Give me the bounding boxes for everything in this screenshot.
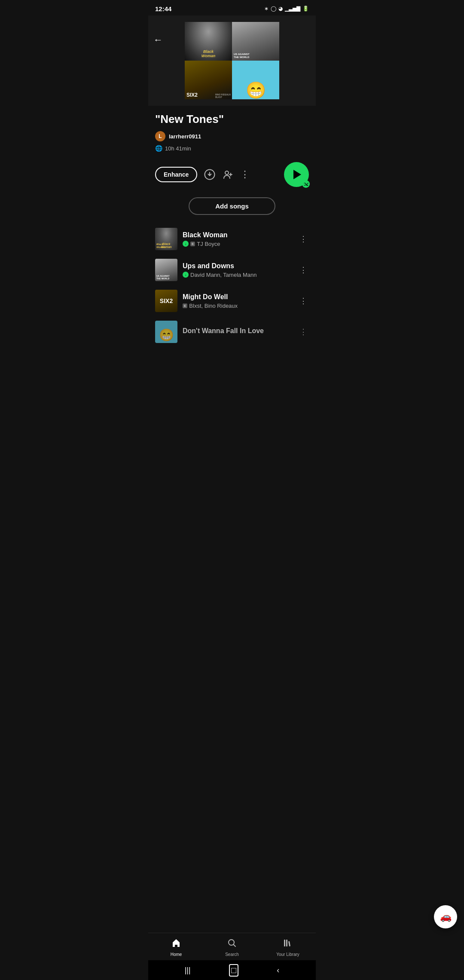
explicit-badge-3: E [183,303,187,308]
controls-row: Enhance ⋮ [148,162,316,196]
download-button[interactable] [204,169,215,180]
track-info-3: Might Do Well E Blxst, Bino Rideaux [183,293,293,309]
track-info-4: Don't Wanna Fall In Love [183,327,293,337]
track-meta-2: ↓ David Mann, Tamela Mann [183,272,293,278]
track-info-1: Black Woman ↓ E TJ Boyce [183,231,293,247]
track-meta-3: E Blxst, Bino Rideaux [183,303,293,309]
artist-name-2: David Mann, Tamela Mann [190,272,256,278]
play-icon [293,170,301,179]
status-time: 12:44 [155,5,171,12]
shuffle-badge [302,180,310,188]
album-sublabel-3: BINO RIDEAUXBLXST [215,93,231,98]
wifi-icon: ◕ [278,6,283,12]
track-more-button-1[interactable]: ⋮ [298,233,309,245]
add-user-button[interactable] [222,169,233,180]
track-more-button-2[interactable]: ⋮ [298,263,309,276]
album-label-3: SIX2 [186,92,198,98]
location-icon: ◯ [271,6,276,12]
download-icon [204,169,215,180]
back-button[interactable]: ← [153,34,163,46]
track-row: BlackWoman Black Woman ↓ E TJ Boyce ⋮ [148,224,316,254]
album-cell-3: SIX2 BINO RIDEAUXBLXST [185,61,232,99]
bluetooth-icon: ∗ [264,6,269,12]
author-name: larrherr0911 [169,133,201,140]
add-songs-button[interactable]: Add songs [189,197,275,215]
album-cell-2: US AGAINSTTHE WORLD [232,22,279,61]
track-more-button-3[interactable]: ⋮ [298,294,309,307]
track-info-2: Ups and Downs ↓ David Mann, Tamela Mann [183,262,293,278]
artist-name-3: Blxst, Bino Rideaux [189,303,238,309]
thumb-label-4: 😁 [159,328,174,343]
track-name-2: Ups and Downs [183,262,293,270]
add-user-icon [222,169,233,180]
battery-icon: 🔋 [302,6,309,12]
track-thumb-2: US AGAINSTTHE WORLD [155,259,177,281]
playlist-info: "New Tones" L larrherr0911 🌐 10h 41min [148,106,316,162]
track-row: US AGAINSTTHE WORLD Ups and Downs ↓ Davi… [148,254,316,285]
downloaded-icon-2: ↓ [183,272,189,278]
more-dots-icon: ⋮ [240,169,250,180]
album-label-1: BlackWoman [201,49,215,58]
track-row: SIX2 Might Do Well E Blxst, Bino Rideaux… [148,285,316,316]
track-more-button-4[interactable]: ⋮ [298,325,309,338]
playlist-title: "New Tones" [155,113,309,126]
downloaded-icon-1: ↓ [183,241,189,247]
signal-icon: ▁▃▅▇ [285,6,300,12]
svg-point-1 [225,171,229,175]
add-songs-row: Add songs [148,196,316,222]
author-avatar: L [155,131,165,141]
playlist-duration: 10h 41min [165,145,191,152]
artist-name-1: TJ Boyce [197,241,220,247]
track-thumb-4: 😁 [155,321,177,343]
album-grid: BlackWoman US AGAINSTTHE WORLD SIX2 BINO… [185,22,279,99]
album-label-2: US AGAINSTTHE WORLD [234,53,250,59]
track-name-3: Might Do Well [183,293,293,301]
track-list: BlackWoman Black Woman ↓ E TJ Boyce ⋮ US… [148,222,316,349]
track-name-1: Black Woman [183,231,293,239]
smile-icon: 😁 [246,82,266,99]
hero-section: ← BlackWoman US AGAINSTTHE WORLD SIX2 BI… [148,15,316,106]
play-shuffle-button[interactable] [284,162,309,187]
album-cell-1: BlackWoman [185,22,232,61]
status-icons: ∗ ◯ ◕ ▁▃▅▇ 🔋 [264,6,309,12]
playlist-meta: 🌐 10h 41min [155,145,309,152]
track-thumb-3: SIX2 [155,290,177,312]
status-bar: 12:44 ∗ ◯ ◕ ▁▃▅▇ 🔋 [148,0,316,15]
thumb-label-2: US AGAINSTTHE WORLD [156,275,170,280]
thumb-label-3: SIX2 [160,297,173,304]
thumb-label-1: BlackWoman [161,242,171,248]
track-meta-1: ↓ E TJ Boyce [183,241,293,247]
playlist-author-row: L larrherr0911 [155,131,309,141]
track-thumb-1: BlackWoman [155,228,177,250]
album-cell-4: 😁 [232,61,279,99]
track-name-4: Don't Wanna Fall In Love [183,327,293,335]
more-options-button[interactable]: ⋮ [240,169,250,180]
globe-icon: 🌐 [155,145,162,152]
explicit-badge-1: E [190,242,195,246]
track-row: 😁 Don't Wanna Fall In Love ⋮ [148,316,316,347]
enhance-button[interactable]: Enhance [155,167,197,182]
